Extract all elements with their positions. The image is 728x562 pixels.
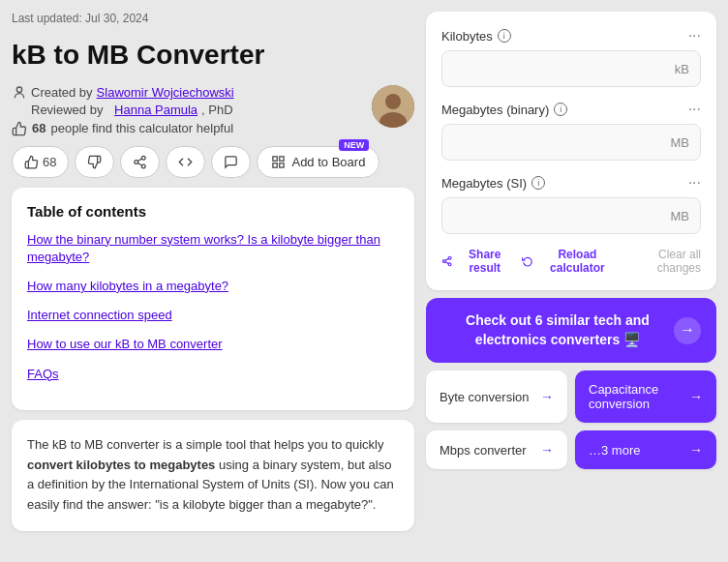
svg-rect-12 <box>280 163 284 166</box>
svg-point-5 <box>135 160 138 163</box>
clear-all-button[interactable]: Clear all changes <box>626 248 701 275</box>
thumbsup-small-icon <box>24 155 39 169</box>
helpful-count: 68 <box>32 121 46 135</box>
byte-conversion-arrow: → <box>540 389 554 404</box>
action-bar: 68 NEW Add to Board <box>12 146 414 178</box>
svg-point-4 <box>142 156 146 160</box>
toc-link-3[interactable]: Internet connection speed <box>27 307 399 324</box>
thumbsup-icon <box>12 121 27 136</box>
comment-icon <box>224 155 238 169</box>
left-panel: Last updated: Jul 30, 2024 kB to MB Conv… <box>12 12 414 550</box>
quick-links-grid: Byte conversion → Capacitance conversion… <box>426 370 716 469</box>
svg-line-7 <box>138 163 142 164</box>
like-button[interactable]: 68 <box>12 146 69 178</box>
similar-arrow-icon: → <box>674 317 701 344</box>
toc-title: Table of contents <box>27 203 399 220</box>
creator-line: Created by Slawomir Wojciechowski <box>12 85 362 101</box>
svg-point-14 <box>442 260 445 263</box>
svg-rect-10 <box>280 156 284 160</box>
dislike-button[interactable] <box>75 146 114 178</box>
like-count: 68 <box>43 155 56 169</box>
capacitance-arrow: → <box>689 389 703 404</box>
mbps-label: Mbps converter <box>440 443 527 458</box>
megabytes-si-label-text: Megabytes (SI) <box>441 176 527 191</box>
megabytes-binary-field-group: Megabytes (binary) i ··· MB <box>441 101 701 161</box>
byte-conversion-label: Byte conversion <box>440 390 530 404</box>
reload-calculator-button[interactable]: Reload calculator <box>522 248 617 275</box>
reload-icon <box>522 254 532 268</box>
add-to-board-label: Add to Board <box>291 155 365 169</box>
reload-calculator-label: Reload calculator <box>538 248 618 275</box>
quick-link-capacitance[interactable]: Capacitance conversion → <box>575 370 716 423</box>
helpful-line: 68 people find this calculator helpful <box>12 121 362 136</box>
desc-before: The kB to MB converter is a simple tool … <box>27 437 384 452</box>
megabytes-si-field-group: Megabytes (SI) i ··· MB <box>441 174 701 234</box>
more-label: …3 more <box>589 443 640 458</box>
converter-card: Kilobytes i ··· kB Megabytes (binary) i … <box>426 12 716 290</box>
toc-link-1[interactable]: How the binary number system works? Is a… <box>27 231 399 266</box>
toc-link-5[interactable]: FAQs <box>27 366 399 383</box>
share-result-label: Share result <box>457 248 512 275</box>
svg-line-16 <box>445 262 448 264</box>
created-by-label: Created by <box>31 85 93 100</box>
kilobytes-unit: kB <box>675 62 689 76</box>
page-title: kB to MB Converter <box>12 39 414 72</box>
megabytes-binary-more-icon[interactable]: ··· <box>688 101 701 118</box>
share-icon <box>133 155 147 169</box>
toc-link-2[interactable]: How many kilobytes in a megabyte? <box>27 278 399 295</box>
svg-rect-9 <box>273 156 277 160</box>
share-result-button[interactable]: Share result <box>441 248 512 275</box>
megabytes-binary-label: Megabytes (binary) i ··· <box>441 101 701 118</box>
add-to-board-button[interactable]: NEW Add to Board <box>257 146 379 178</box>
megabytes-binary-input[interactable] <box>441 124 701 161</box>
svg-point-2 <box>385 94 401 109</box>
kilobytes-field-group: Kilobytes i ··· kB <box>441 27 701 87</box>
megabytes-si-input[interactable] <box>441 197 701 234</box>
code-icon <box>178 155 193 169</box>
author-info: Created by Slawomir Wojciechowski Review… <box>12 85 362 136</box>
description-card: The kB to MB converter is a simple tool … <box>12 420 414 531</box>
embed-button[interactable] <box>166 146 205 178</box>
reviewer-link[interactable]: Hanna Pamula <box>114 103 197 117</box>
author-section: Created by Slawomir Wojciechowski Review… <box>12 85 414 136</box>
megabytes-binary-label-text: Megabytes (binary) <box>441 103 549 117</box>
quick-link-more[interactable]: …3 more → <box>575 430 716 469</box>
new-badge: NEW <box>339 139 369 151</box>
converter-actions: Share result Reload calculator Clear all… <box>441 248 701 275</box>
megabytes-binary-input-wrapper: MB <box>441 124 701 161</box>
kilobytes-label: Kilobytes i ··· <box>441 27 701 44</box>
helpful-text: people find this calculator helpful <box>50 121 233 135</box>
avatar <box>372 85 414 128</box>
kilobytes-input-wrapper: kB <box>441 50 701 87</box>
more-arrow: → <box>689 442 703 458</box>
quick-link-byte-conversion[interactable]: Byte conversion → <box>426 370 567 423</box>
reviewer-line: Reviewed by Hanna Pamula, PhD <box>31 103 362 117</box>
svg-point-13 <box>448 256 451 259</box>
megabytes-si-info-icon[interactable]: i <box>531 176 545 190</box>
capacitance-label: Capacitance conversion <box>589 382 689 411</box>
quick-link-mbps[interactable]: Mbps converter → <box>426 430 567 469</box>
desc-bold: convert kilobytes to megabytes <box>27 458 215 472</box>
megabytes-si-more-icon[interactable]: ··· <box>688 174 701 192</box>
svg-line-8 <box>138 159 142 161</box>
avatar-image <box>372 85 414 128</box>
kilobytes-info-icon[interactable]: i <box>498 29 511 43</box>
creator-link[interactable]: Slawomir Wojciechowski <box>97 85 234 100</box>
person-icon <box>12 85 27 101</box>
megabytes-si-label: Megabytes (SI) i ··· <box>441 174 701 192</box>
megabytes-binary-info-icon[interactable]: i <box>554 103 567 116</box>
share-button[interactable] <box>120 146 160 178</box>
megabytes-si-unit: MB <box>671 209 690 223</box>
kilobytes-input[interactable] <box>441 50 701 87</box>
svg-point-15 <box>448 263 451 266</box>
mbps-arrow: → <box>540 442 554 458</box>
similar-converters-text: Check out 6 similar tech and electronics… <box>441 311 674 349</box>
reviewer-suffix: , PhD <box>201 103 233 117</box>
toc-link-4[interactable]: How to use our kB to MB converter <box>27 336 399 353</box>
similar-converters-button[interactable]: Check out 6 similar tech and electronics… <box>426 298 716 363</box>
reviewed-by-label: Reviewed by <box>31 103 103 117</box>
kilobytes-more-icon[interactable]: ··· <box>688 27 701 44</box>
right-panel: Kilobytes i ··· kB Megabytes (binary) i … <box>426 12 716 550</box>
kilobytes-label-text: Kilobytes <box>441 29 493 44</box>
comment-button[interactable] <box>211 146 251 178</box>
